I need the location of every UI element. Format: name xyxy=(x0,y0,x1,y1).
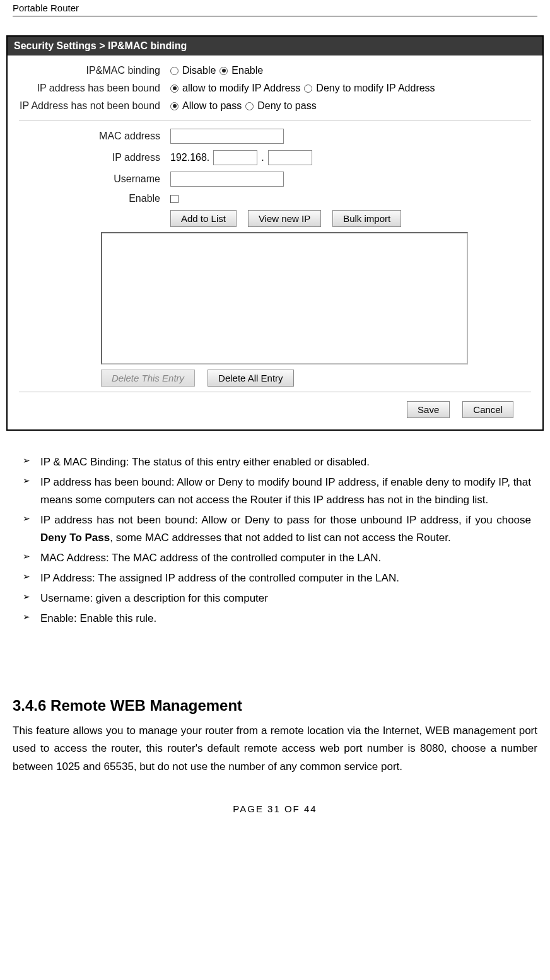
save-button[interactable]: Save xyxy=(407,401,450,418)
bullet-item: IP address has been bound: Allow or Deny… xyxy=(19,474,531,509)
view-new-ip-button[interactable]: View new IP xyxy=(248,210,321,227)
label-ip: IP address xyxy=(19,152,170,163)
bullet-item: IP Address: The assigned IP address of t… xyxy=(19,569,531,587)
bullet-list: IP & MAC Binding: The status of this ent… xyxy=(19,453,531,627)
section-paragraph: This feature allows you to manage your r… xyxy=(13,722,537,775)
binding-listbox[interactable] xyxy=(101,232,468,365)
radio-allow-pass-label: Allow to pass xyxy=(182,100,242,112)
radio-allow-modify-label: allow to modify IP Address xyxy=(182,83,300,94)
label-enable: Enable xyxy=(19,193,170,204)
breadcrumb: Security Settings > IP&MAC binding xyxy=(8,37,542,55)
radio-deny-pass-label: Deny to pass xyxy=(257,100,316,112)
radio-deny-modify-label: Deny to modify IP Address xyxy=(316,83,435,94)
radio-enable-label: Enable xyxy=(231,65,263,76)
delete-all-entry-button[interactable]: Delete All Entry xyxy=(208,370,294,387)
doc-title: Portable Router xyxy=(13,3,79,13)
mac-input[interactable] xyxy=(170,129,284,144)
label-ipmac-binding: IP&MAC binding xyxy=(19,65,170,76)
router-ui-screenshot: Security Settings > IP&MAC binding IP&MA… xyxy=(6,35,544,431)
add-to-list-button[interactable]: Add to List xyxy=(170,210,237,227)
enable-checkbox[interactable] xyxy=(170,195,178,203)
bulk-import-button[interactable]: Bulk import xyxy=(332,210,401,227)
delete-this-entry-button[interactable]: Delete This Entry xyxy=(101,370,195,387)
username-input[interactable] xyxy=(170,172,284,187)
radio-allow-modify[interactable] xyxy=(170,85,178,93)
bullet-item: IP address has not been bound: Allow or … xyxy=(19,511,531,547)
label-mac: MAC address xyxy=(19,131,170,142)
section-heading: 3.4.6 Remote WEB Management xyxy=(13,697,537,715)
radio-disable[interactable] xyxy=(170,67,178,75)
ip-octet4-input[interactable] xyxy=(268,150,312,165)
bullet-item: IP & MAC Binding: The status of this ent… xyxy=(19,453,531,471)
radio-enable[interactable] xyxy=(219,67,228,75)
ip-octet3-input[interactable] xyxy=(213,150,257,165)
bullet-item: Username: given a description for this c… xyxy=(19,590,531,607)
bullet-item: Enable: Enable this rule. xyxy=(19,610,531,627)
radio-allow-pass[interactable] xyxy=(170,102,178,110)
label-username: Username xyxy=(19,173,170,185)
label-ip-not-bound: IP Address has not been bound xyxy=(19,100,170,112)
bullet-item: MAC Address: The MAC address of the cont… xyxy=(19,549,531,567)
radio-disable-label: Disable xyxy=(182,65,216,76)
ip-prefix-text: 192.168. xyxy=(170,152,209,163)
cancel-button[interactable]: Cancel xyxy=(462,401,513,418)
page-footer: PAGE 31 OF 44 xyxy=(0,803,550,814)
label-ip-bound: IP address has been bound xyxy=(19,83,170,94)
radio-deny-pass[interactable] xyxy=(245,102,254,110)
radio-deny-modify[interactable] xyxy=(304,85,312,93)
